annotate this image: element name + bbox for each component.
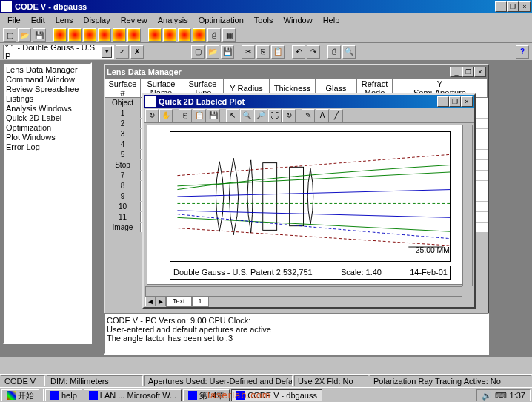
taskbar-item[interactable]: 第14章	[183, 389, 230, 401]
taskbar-item-active[interactable]: CODE V - dbgauss	[231, 389, 322, 401]
tool-x-icon[interactable]: ✗	[130, 45, 144, 59]
line-icon[interactable]: ╱	[330, 109, 343, 122]
tool-plot1-icon[interactable]	[53, 28, 67, 42]
tool-plot2-icon[interactable]	[68, 28, 82, 42]
pointer-icon[interactable]: ↖	[226, 109, 239, 122]
output-line: The angle factor has been set to .3	[107, 334, 486, 343]
maximize-button[interactable]: ❐	[507, 1, 519, 12]
tb-help-icon[interactable]: ?	[516, 45, 529, 59]
lens-titlebar[interactable]: Lens Data Manager _ ❐ ×	[105, 65, 488, 79]
maximize-button[interactable]: ❐	[449, 96, 461, 107]
tree-item[interactable]: Listings	[6, 94, 89, 104]
clock: 1:37	[510, 390, 525, 401]
tab-1[interactable]: 1	[192, 297, 209, 307]
svg-rect-0	[263, 163, 277, 231]
tab-text[interactable]: Text	[166, 297, 192, 307]
tray-icon[interactable]: ⌨	[495, 390, 507, 401]
tb-open-icon[interactable]: 📂	[206, 45, 219, 59]
tool-plot5-icon[interactable]	[113, 28, 126, 42]
tree-item[interactable]: Error Log	[6, 142, 89, 152]
tb-undo-icon[interactable]: ↶	[292, 45, 305, 59]
tool-save-icon[interactable]: 💾	[33, 28, 46, 42]
tb-new-icon[interactable]: ▢	[191, 45, 205, 59]
menu-window[interactable]: Window	[279, 15, 317, 25]
tree-item[interactable]: Review Spreadshee	[6, 85, 89, 94]
zoom-in-icon[interactable]: 🔍	[240, 109, 253, 122]
tb-find-icon[interactable]: 🔍	[342, 45, 356, 59]
tb-paste-icon[interactable]: 📋	[271, 45, 285, 59]
menu-analysis[interactable]: Analysis	[153, 15, 193, 25]
tool-opt1-icon[interactable]	[148, 28, 162, 42]
minimize-button[interactable]: _	[437, 96, 449, 107]
lens-selector-combo[interactable]: * 1 - Double Gauss - U.S. P ▼	[3, 45, 114, 59]
tool-opt4-icon[interactable]	[193, 28, 206, 42]
close-button[interactable]: ×	[461, 96, 473, 107]
tree-item[interactable]: Quick 2D Label	[6, 113, 89, 123]
main-toolbar: ▢ 📂 💾 ⎙ ▦	[0, 27, 532, 43]
tab-next-icon[interactable]: ►	[156, 297, 166, 306]
pencil-icon[interactable]: ✎	[302, 109, 315, 122]
taskbar-item[interactable]: help	[45, 389, 82, 401]
hand-icon[interactable]: ✋	[159, 109, 173, 122]
tool-plot3-icon[interactable]	[83, 28, 96, 42]
paste-icon[interactable]: 📋	[193, 109, 206, 122]
menu-review[interactable]: Review	[116, 15, 152, 25]
app-window: CODE V - dbgauss _ ❐ × File Edit Lens Di…	[0, 0, 532, 402]
menu-edit[interactable]: Edit	[27, 15, 50, 25]
minimize-button[interactable]: _	[450, 67, 462, 77]
zoom-out-icon[interactable]: 🔎	[254, 109, 267, 122]
refresh-icon[interactable]: ↻	[282, 109, 296, 122]
text-icon[interactable]: A	[316, 109, 329, 122]
tree-item[interactable]: Plot Windows	[6, 133, 89, 142]
tool-new-icon[interactable]: ▢	[3, 28, 16, 42]
menu-help[interactable]: Help	[319, 15, 345, 25]
tb-print-icon[interactable]: ⎙	[327, 45, 341, 59]
tool-plot6-icon[interactable]	[127, 28, 141, 42]
tb-copy-icon[interactable]: ⎘	[256, 45, 270, 59]
tree-item[interactable]: Optimization	[6, 123, 89, 133]
chevron-down-icon[interactable]: ▼	[102, 46, 112, 58]
tray-icon[interactable]: 🔊	[482, 390, 492, 401]
close-button[interactable]: ×	[474, 67, 486, 77]
plot-titlebar[interactable]: Quick 2D Labeled Plot _ ❐ ×	[144, 95, 474, 108]
save-icon[interactable]: 💾	[207, 109, 220, 122]
navigator-tree[interactable]: Lens Data Manager Command Window Review …	[3, 62, 92, 344]
minimize-button[interactable]: _	[495, 1, 507, 12]
windows-icon	[7, 391, 16, 400]
menu-file[interactable]: File	[3, 15, 25, 25]
menu-display[interactable]: Display	[79, 15, 115, 25]
col-surface-num[interactable]: Surface #	[105, 79, 141, 97]
tb-cut-icon[interactable]: ✂	[242, 45, 255, 59]
tool-open-icon[interactable]: 📂	[18, 28, 31, 42]
mdi-workspace: Lens Data Manager Command Window Review …	[0, 61, 532, 357]
tool-opt2-icon[interactable]	[163, 28, 176, 42]
tb-redo-icon[interactable]: ↷	[307, 45, 320, 59]
menu-lens[interactable]: Lens	[51, 15, 78, 25]
horizontal-scrollbar[interactable]	[145, 286, 462, 297]
vertical-scrollbar[interactable]	[462, 125, 473, 286]
maximize-button[interactable]: ❐	[462, 67, 474, 77]
tree-item[interactable]: Command Window	[6, 75, 89, 85]
tool-check-icon[interactable]: ✓	[116, 45, 129, 59]
taskbar-item[interactable]: LAN ... Microsoft W...	[84, 389, 182, 401]
output-window[interactable]: CODE V - PC Version: 9.00 CPU Clock: Use…	[104, 313, 489, 355]
start-button[interactable]: 开始	[1, 389, 39, 401]
menu-tools[interactable]: Tools	[250, 15, 278, 25]
tab-prev-icon[interactable]: ◄	[145, 297, 156, 306]
status-app: CODE V	[1, 375, 45, 386]
tool-opt3-icon[interactable]	[178, 28, 191, 42]
tree-item[interactable]: Lens Data Manager	[6, 65, 89, 75]
tb-save-icon[interactable]: 💾	[221, 45, 234, 59]
zoom-fit-icon[interactable]: ⛶	[268, 109, 282, 122]
system-tray[interactable]: 🔊 ⌨ 1:37	[476, 389, 531, 401]
plot-canvas[interactable]: 25.00 MM Double Gauss - U.S. Patent 2,53…	[147, 125, 462, 285]
close-button[interactable]: ×	[519, 1, 531, 12]
menu-optimization[interactable]: Optimization	[194, 15, 248, 25]
plot-tabs: ◄ ► Text 1	[145, 297, 209, 307]
tree-item[interactable]: Analysis Windows	[6, 104, 89, 113]
tool-print-icon[interactable]: ⎙	[207, 28, 221, 42]
copy-icon[interactable]: ⎘	[179, 109, 192, 122]
tool-grid-icon[interactable]: ▦	[222, 28, 236, 42]
tool-plot4-icon[interactable]	[98, 28, 111, 42]
rotate-icon[interactable]: ↻	[145, 109, 159, 122]
